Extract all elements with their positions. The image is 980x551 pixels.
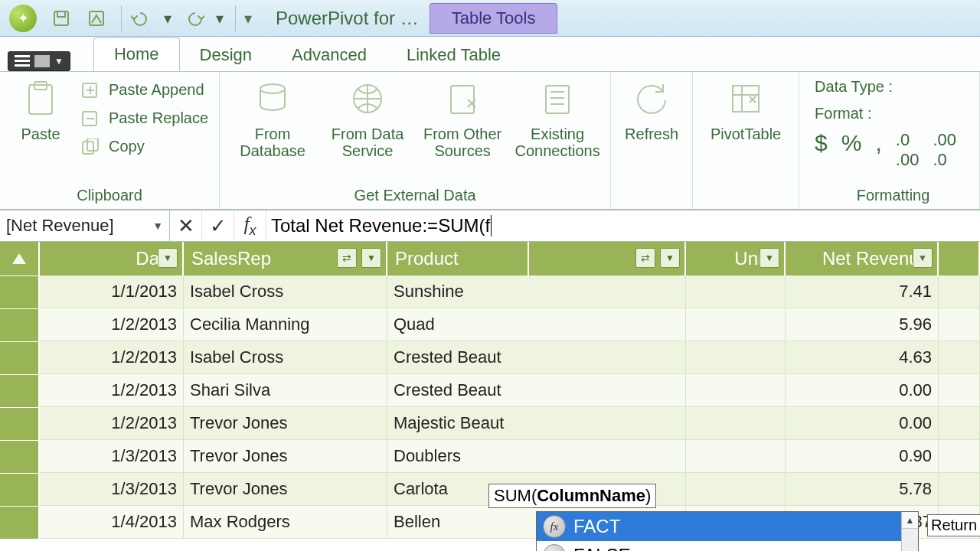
filter-icon[interactable]: ▼ [361,248,381,268]
cell-salesrep[interactable]: Shari Silva [184,374,387,407]
autocomplete-item[interactable]: fxFALSE [537,541,918,551]
cell-salesrep[interactable]: Isabel Cross [184,341,387,374]
cell-date[interactable]: 1/3/2013 [40,473,184,506]
filter-icon[interactable]: ▼ [660,248,680,268]
select-all-corner[interactable] [0,242,40,276]
cell-add[interactable] [939,341,980,374]
cell-date[interactable]: 1/2/2013 [40,374,184,407]
cell-units[interactable] [686,440,786,473]
cell-product[interactable]: Majestic Beaut [387,407,529,440]
cell-net-revenue[interactable]: 0.90 [786,440,939,473]
cell-hidden[interactable] [529,341,686,374]
copy-button[interactable]: Copy [78,136,211,157]
cell-add[interactable] [939,374,980,407]
currency-format-button[interactable]: $ [815,130,828,170]
cell-add[interactable] [939,276,980,308]
accept-formula-button[interactable]: ✓ [202,210,234,241]
cell-product[interactable]: Doublers [387,440,529,473]
paste-replace-button[interactable]: Paste Replace [78,108,211,129]
decrease-decimal-button[interactable]: .00.0 [933,130,956,170]
column-header-product[interactable]: Product [387,242,529,276]
cell-add[interactable] [939,440,980,473]
scroll-up-icon[interactable]: ▲ [902,512,918,529]
row-header[interactable] [0,276,40,308]
from-other-sources-button[interactable]: From Other Sources [417,75,508,159]
cell-units[interactable] [686,374,786,407]
autocomplete-scrollbar[interactable]: ▲ ▼ [901,512,918,551]
context-tab-table-tools[interactable]: Table Tools [430,3,558,34]
table-row[interactable]: 1/2/2013Shari SilvaCrested Beaut0.00 [0,374,980,407]
formula-input[interactable]: Total Net Revenue:=SUM(f [266,210,980,241]
cell-product[interactable]: Quad [387,308,529,341]
paste-append-button[interactable]: Paste Append [78,80,211,100]
column-header-net-revenue[interactable]: Net Revenue▼ [786,242,939,276]
cell-date[interactable]: 1/2/2013 [40,341,184,374]
row-header[interactable] [0,341,40,374]
column-header-units[interactable]: Units▼ [686,242,786,276]
cell-date[interactable]: 1/2/2013 [40,407,184,440]
filter-icon[interactable]: ▼ [158,248,178,268]
qat-save-icon[interactable] [46,5,77,32]
table-row[interactable]: 1/2/2013Trevor JonesMajestic Beaut0.00 [0,407,980,440]
cell-add[interactable] [939,407,980,440]
cell-hidden[interactable] [529,440,686,473]
cell-units[interactable] [686,276,786,308]
add-column-header[interactable] [939,242,980,276]
column-header-salesrep[interactable]: SalesRep⇄▼ [184,242,387,276]
redo-icon[interactable] [178,5,209,32]
autocomplete-item[interactable]: fxFACT [537,512,918,541]
cell-salesrep[interactable]: Isabel Cross [184,276,387,308]
row-header[interactable] [0,374,40,407]
undo-icon[interactable] [126,5,157,32]
view-switcher[interactable]: ▼ [8,51,70,71]
cell-net-revenue[interactable]: 5.96 [786,308,939,341]
app-orb-icon[interactable]: ✦ [9,5,37,32]
cell-product[interactable]: Bellen [387,506,529,539]
name-box[interactable]: [Net Revenue] ▼ [0,210,170,241]
row-header[interactable] [0,407,40,440]
cell-date[interactable]: 1/4/2013 [40,506,184,539]
cell-units[interactable] [686,407,786,440]
qat-customize-icon[interactable]: ▾ [240,5,256,32]
from-data-service-button[interactable]: From Data Service [322,75,413,159]
cell-salesrep[interactable]: Trevor Jones [184,440,387,473]
row-header[interactable] [0,473,40,506]
comma-format-button[interactable]: , [875,130,881,170]
from-database-button[interactable]: From Database [227,75,318,159]
cell-product[interactable]: Sunshine [387,276,529,308]
tab-advanced[interactable]: Advanced [272,39,387,71]
cell-hidden[interactable] [529,407,686,440]
filter-icon[interactable]: ▼ [913,248,933,268]
redo-dropdown-icon[interactable]: ▾ [214,5,226,32]
cell-salesrep[interactable]: Cecilia Manning [184,308,387,341]
cell-salesrep[interactable]: Max Rodgers [184,506,387,539]
cancel-formula-button[interactable]: ✕ [170,210,202,241]
cell-net-revenue[interactable]: 0.00 [786,374,939,407]
refresh-button[interactable]: Refresh [619,75,684,142]
cell-hidden[interactable] [529,276,686,308]
cell-date[interactable]: 1/2/2013 [40,308,184,341]
tab-home[interactable]: Home [93,37,180,71]
cell-date[interactable]: 1/3/2013 [40,440,184,473]
undo-dropdown-icon[interactable]: ▾ [162,5,174,32]
row-header[interactable] [0,506,40,539]
cell-product[interactable]: Crested Beaut [387,341,529,374]
cell-hidden[interactable] [529,308,686,341]
table-row[interactable]: 1/1/2013Isabel CrossSunshine7.41 [0,276,980,308]
cell-units[interactable] [686,473,786,506]
cell-net-revenue[interactable]: 0.00 [786,407,939,440]
cell-net-revenue[interactable]: 7.41 [786,276,939,308]
paste-button[interactable]: Paste [8,75,74,142]
cell-salesrep[interactable]: Trevor Jones [184,473,387,506]
filter-icon[interactable]: ▼ [760,248,779,268]
table-row[interactable]: 1/2/2013Isabel CrossCrested Beaut4.63 [0,341,980,374]
qat-save-icon-2[interactable] [81,5,112,32]
pivottable-button[interactable]: PivotTable [701,75,791,142]
cell-net-revenue[interactable]: 4.63 [786,341,939,374]
cell-units[interactable] [686,308,786,341]
cell-add[interactable] [939,473,980,506]
relationship-icon[interactable]: ⇄ [635,248,655,268]
name-box-dropdown-icon[interactable]: ▼ [152,220,163,232]
column-header-hidden[interactable]: ⇄▼ [529,242,686,276]
relationship-icon[interactable]: ⇄ [337,248,357,268]
